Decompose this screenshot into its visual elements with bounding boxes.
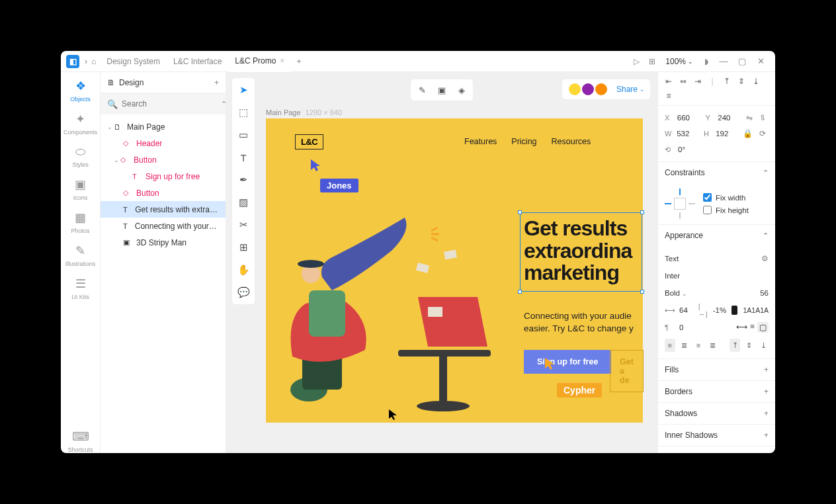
rail-icons[interactable]: ▣Icons: [61, 177, 100, 201]
align-left-icon[interactable]: ≡: [665, 339, 675, 352]
selection-handle[interactable]: [518, 290, 522, 294]
paragraph-input[interactable]: 0: [679, 323, 683, 331]
align-hcenter-icon[interactable]: ⇔: [678, 76, 689, 87]
rail-photos[interactable]: ▦Photos: [61, 210, 100, 234]
flip-v-icon[interactable]: ⥮: [759, 113, 766, 122]
tree-button-1[interactable]: ⌄◇Button: [101, 151, 226, 168]
minimize-icon[interactable]: —: [714, 56, 733, 66]
letter-spacing-input[interactable]: -1%: [713, 306, 726, 314]
w-input[interactable]: 532: [677, 130, 700, 138]
font-size-input[interactable]: 56: [760, 289, 769, 297]
frame-tool[interactable]: ⬚: [235, 105, 251, 120]
auto-width-icon[interactable]: ⟷: [736, 322, 747, 333]
settings-icon[interactable]: ⚙: [761, 254, 769, 263]
valign-bottom-icon[interactable]: ⤓: [759, 339, 769, 352]
selection-handle[interactable]: [640, 210, 644, 214]
edit-icon[interactable]: ✎: [413, 82, 431, 98]
align-center-icon[interactable]: ≣: [679, 339, 690, 352]
tab-lc-promo[interactable]: L&C Promo ×: [228, 51, 291, 72]
h-input[interactable]: 192: [716, 130, 739, 138]
reset-icon[interactable]: ⟳: [759, 129, 766, 138]
slice-tool[interactable]: ✂: [235, 217, 251, 233]
selection-handle[interactable]: [640, 290, 644, 294]
pen-tool[interactable]: ✒: [235, 172, 251, 188]
font-select[interactable]: Inter: [665, 272, 680, 280]
weight-select[interactable]: Bold ⌄: [665, 289, 687, 297]
fills-section[interactable]: Fills+: [658, 359, 775, 380]
inner-shadows-section[interactable]: Inner Shadows+: [658, 425, 775, 446]
zoom-dropdown[interactable]: 100% ⌄: [660, 57, 698, 66]
rail-illustrations[interactable]: ✎Illustrations: [61, 243, 100, 267]
tree-subhead[interactable]: TConnecting with your audi...: [101, 218, 226, 234]
fix-height-checkbox[interactable]: Fix height: [703, 206, 749, 214]
distribute-icon[interactable]: ≡: [663, 91, 674, 101]
tree-header[interactable]: ◇Header: [101, 135, 226, 151]
component-tool[interactable]: ⊞: [235, 239, 251, 255]
add-icon[interactable]: +: [764, 365, 769, 374]
text-tool[interactable]: T: [235, 149, 251, 165]
mask-icon[interactable]: ▣: [433, 82, 450, 98]
tree-button-2[interactable]: ◇Button: [101, 185, 226, 201]
align-top-icon[interactable]: ⤒: [722, 76, 732, 87]
avatar[interactable]: [581, 82, 595, 97]
frame-label[interactable]: Main Page 1280 × 840: [266, 108, 342, 116]
fix-width-checkbox[interactable]: Fix width: [703, 193, 749, 202]
tree-page[interactable]: ⌄ 🗋 Main Page: [101, 118, 226, 135]
add-page-icon[interactable]: +: [214, 78, 219, 87]
x-input[interactable]: 660: [677, 114, 702, 122]
auto-height-icon[interactable]: ≡: [750, 322, 755, 333]
constraints-section[interactable]: Constraints ⌃: [658, 162, 775, 183]
comment-tool[interactable]: 💬: [235, 284, 251, 300]
lock-icon[interactable]: 🔒: [743, 129, 753, 138]
tree-headline[interactable]: TGet results with extraordi...: [101, 201, 226, 218]
grid-icon[interactable]: ⊞: [644, 57, 660, 66]
hand-tool[interactable]: ✋: [235, 262, 251, 278]
add-icon[interactable]: +: [764, 431, 769, 440]
align-vcenter-icon[interactable]: ⇕: [736, 76, 747, 87]
avatar[interactable]: [567, 82, 582, 97]
rail-objects[interactable]: ❖Objects: [61, 79, 100, 103]
rail-uikits[interactable]: ☰UI Kits: [61, 276, 100, 300]
share-button[interactable]: Share ⌄: [616, 85, 645, 94]
home-icon[interactable]: ⌂: [91, 57, 96, 66]
play-icon[interactable]: ▷: [628, 57, 644, 66]
add-icon[interactable]: +: [764, 387, 769, 396]
maximize-icon[interactable]: ▢: [733, 56, 751, 66]
avatar[interactable]: [594, 82, 608, 97]
close-icon[interactable]: ✕: [751, 56, 770, 66]
image-tool[interactable]: ▨: [235, 194, 251, 210]
flip-h-icon[interactable]: ⇋: [746, 113, 753, 122]
fixed-size-icon[interactable]: ▢: [757, 322, 769, 333]
theme-icon[interactable]: ◗: [698, 57, 714, 66]
move-tool[interactable]: ➤: [235, 82, 251, 98]
selection-handle[interactable]: [518, 210, 522, 214]
close-tab-icon[interactable]: ×: [280, 56, 284, 65]
rotation-input[interactable]: 0°: [678, 146, 704, 153]
appearance-section[interactable]: Apperance ⌃: [658, 225, 775, 246]
line-height-input[interactable]: 64: [679, 306, 688, 314]
constraint-widget[interactable]: [665, 189, 695, 219]
text-color-swatch[interactable]: [732, 306, 737, 315]
color-hex[interactable]: 1A1A1A: [743, 306, 769, 314]
valign-middle-icon[interactable]: ⇕: [744, 339, 755, 352]
boolean-icon[interactable]: ◈: [453, 82, 470, 98]
tab-design-system[interactable]: Design System: [100, 51, 167, 72]
add-tab-icon[interactable]: +: [296, 57, 301, 66]
align-left-icon[interactable]: ⇤: [663, 76, 674, 87]
align-right-icon[interactable]: ≡: [693, 339, 704, 352]
tree-image[interactable]: ▣3D Stripy Man: [101, 234, 226, 251]
align-right-icon[interactable]: ⇥: [692, 76, 703, 87]
rail-components[interactable]: ✦Components: [61, 112, 100, 136]
canvas-frame[interactable]: L&C Features Pricing Resources: [266, 118, 643, 423]
y-input[interactable]: 240: [718, 114, 742, 122]
rail-shortcuts[interactable]: ⌨Shortcuts: [61, 429, 100, 453]
valign-top-icon[interactable]: ⤒: [730, 339, 740, 352]
align-justify-icon[interactable]: ≣: [708, 339, 718, 352]
headline-text[interactable]: Get results extraordina marketing: [524, 218, 632, 284]
rect-tool[interactable]: ▭: [235, 127, 251, 143]
tab-lc-interface[interactable]: L&C Interface: [167, 51, 228, 72]
align-bottom-icon[interactable]: ⤓: [751, 76, 761, 87]
shadows-section[interactable]: Shadows+: [658, 403, 775, 424]
borders-section[interactable]: Borders+: [658, 381, 775, 402]
rail-styles[interactable]: ⬭Styles: [61, 145, 100, 168]
